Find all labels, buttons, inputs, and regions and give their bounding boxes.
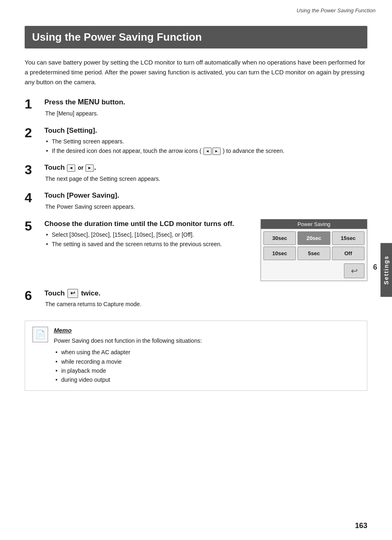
chapter-title: Using the Power Saving Function [297,7,376,14]
step-5-layout: Choose the duration time until the LCD m… [44,219,367,281]
step-1-number: 1 [25,97,41,111]
memo-icon-box: 📄 [32,327,48,342]
memo-bullet-2: while recording a movie [55,357,360,366]
left-arrow-icon: ◂ [203,148,212,155]
step-3: 3 Touch ◂ or ▸. The next page of the Set… [25,163,367,183]
step-2-bullets: The Setting screen appears. If the desir… [45,137,367,155]
step-3-desc: The next page of the Setting screen appe… [45,174,367,183]
step-4-content: Touch [Power Saving]. The Power Saving s… [44,191,367,211]
step-3-title: Touch ◂ or ▸. [44,163,367,173]
memo-bullet-1: when using the AC adapter [55,348,360,357]
step-4-desc: The Power Saving screen appears. [45,202,367,211]
step-3-content: Touch ◂ or ▸. The next page of the Setti… [44,163,367,183]
step-2-bullet-2: If the desired icon does not appear, tou… [45,146,367,155]
back-icon: ↩ [351,266,358,276]
sidebar-tab: Settings [380,243,392,297]
ps-btn-5sec[interactable]: 5sec [297,247,330,260]
intro-paragraph: You can save battery power by setting th… [25,58,367,87]
step-2: 2 Touch [Setting]. The Setting screen ap… [25,126,367,156]
step3-left-arrow-icon: ◂ [67,164,75,172]
memo-box: 📄 Memo Power Saving does not function in… [25,321,367,391]
step-4-title: Touch [Power Saving]. [44,191,367,201]
step-1-desc: The [Menu] appears. [45,109,367,118]
memo-bullet-4: during video output [55,375,360,384]
step-5-text: Choose the duration time until the LCD m… [44,219,252,249]
ps-btn-off[interactable]: Off [332,247,364,260]
step-2-bullet-1: The Setting screen appears. [45,137,367,146]
step-5-bullet-1: Select [30sec], [20sec], [15sec], [10sec… [45,230,252,239]
ps-btn-10sec[interactable]: 10sec [263,247,296,260]
step-5-bullet-2: The setting is saved and the screen retu… [45,240,252,249]
step-5: 5 Choose the duration time until the LCD… [25,219,367,281]
step-3-number: 3 [25,163,41,177]
step-4: 4 Touch [Power Saving]. The Power Saving… [25,191,367,211]
step-4-number: 4 [25,191,41,205]
ps-btn-20sec[interactable]: 20sec [297,231,330,245]
step-1-title: Press the MENU button. [44,97,367,107]
ps-back-row: ↩ [261,263,367,281]
memo-intro: Power Saving does not function in the fo… [54,336,360,345]
step-6-title: Touch ↩ twice. [44,288,367,298]
memo-bullet-3: in playback mode [55,366,360,375]
right-arrow-icon: ▸ [212,148,221,155]
main-content: Using the Power Saving Function You can … [0,14,392,407]
step-2-number: 2 [25,126,41,140]
memo-title: Memo [54,327,360,334]
memo-bullets: when using the AC adapter while recordin… [55,348,360,385]
memo-icon: 📄 [35,330,46,339]
power-saving-grid: 30sec 20sec 15sec 10sec 5sec Off [261,229,367,263]
memo-content: Memo Power Saving does not function in t… [54,327,360,385]
power-saving-panel-title: Power Saving [261,219,367,229]
sidebar-label: Settings [383,255,390,284]
step-1-content: Press the MENU button. The [Menu] appear… [44,97,367,118]
power-saving-panel: Power Saving 30sec 20sec 15sec 10sec 5se… [261,219,367,281]
step-2-content: Touch [Setting]. The Setting screen appe… [44,126,367,156]
step-1: 1 Press the MENU button. The [Menu] appe… [25,97,367,118]
step-5-content: Choose the duration time until the LCD m… [44,219,367,281]
step-5-bullets: Select [30sec], [20sec], [15sec], [10sec… [45,230,252,249]
section-title: Using the Power Saving Function [25,26,367,48]
sidebar-number: 6 [373,263,377,272]
ps-btn-15sec[interactable]: 15sec [332,231,364,245]
step-6: 6 Touch ↩ twice. The camera returns to C… [25,288,367,309]
chapter-header: Using the Power Saving Function [0,0,392,14]
page-number: 163 [355,522,367,530]
step-6-content: Touch ↩ twice. The camera returns to Cap… [44,288,367,309]
step3-or-text: or [78,164,85,171]
step-2-title: Touch [Setting]. [44,126,367,136]
ps-btn-30sec[interactable]: 30sec [263,231,296,245]
step-6-desc: The camera returns to Capture mode. [45,300,367,309]
step-5-number: 5 [25,219,41,233]
step-6-number: 6 [25,288,41,303]
step6-back-icon: ↩ [67,289,78,298]
ps-back-button[interactable]: ↩ [344,263,364,278]
step3-right-arrow-icon: ▸ [85,164,94,172]
menu-bold-text: MENU [78,98,99,106]
step-5-title: Choose the duration time until the LCD m… [44,219,252,229]
